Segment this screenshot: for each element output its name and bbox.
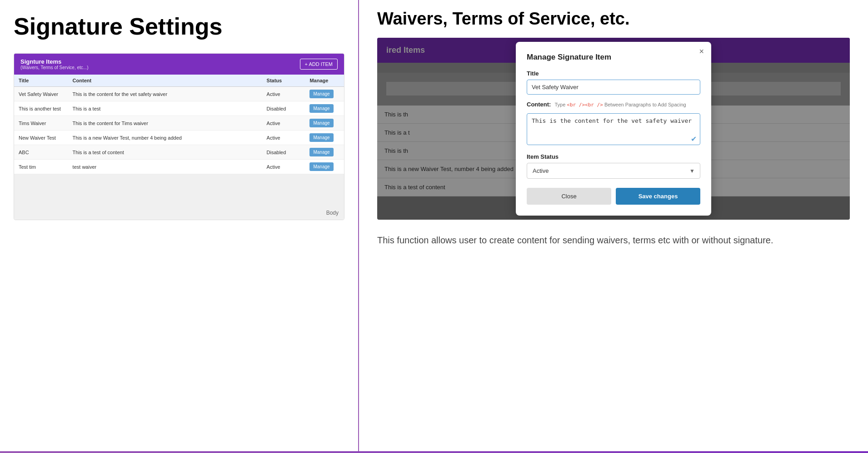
table-cell-title: Tims Waiver: [14, 116, 68, 131]
table-row: ABCThis is a test of contentDisabledMana…: [14, 145, 344, 160]
modal-status-select[interactable]: ActiveDisabled: [527, 163, 700, 179]
modal-title-label: Title: [527, 70, 700, 77]
table-header-row: Title Content Status Manage: [14, 75, 344, 87]
table-cell-content: This is a new Waiver Test, number 4 bein…: [68, 131, 262, 145]
table-cell-title: Vet Safety Waiver: [14, 87, 68, 101]
manage-button[interactable]: Manage: [309, 104, 333, 113]
widget-header-subtitle: (Waivers, Terms of Service, etc...): [20, 65, 88, 70]
table-cell-title: This is another test: [14, 101, 68, 116]
manage-button[interactable]: Manage: [309, 133, 333, 142]
modal-save-button[interactable]: Save changes: [616, 188, 700, 205]
table-cell-title: ABC: [14, 145, 68, 160]
modal-content-label: Content:: [527, 101, 551, 108]
col-content: Content: [68, 75, 262, 87]
manage-button[interactable]: Manage: [309, 90, 333, 98]
table-cell-manage: Manage: [305, 145, 344, 160]
right-title: Waivers, Terms of Service, etc.: [377, 9, 850, 29]
manage-button[interactable]: Manage: [309, 148, 333, 156]
modal-content-textarea[interactable]: [527, 113, 700, 145]
table-cell-content: This is a test of content: [68, 145, 262, 160]
table-cell-content: This is the content for Tims waiver: [68, 116, 262, 131]
widget-body-area: Body: [14, 174, 344, 220]
table-row: New Waiver TestThis is a new Waiver Test…: [14, 131, 344, 145]
add-item-button[interactable]: + ADD ITEM: [300, 59, 338, 70]
body-label: Body: [326, 210, 339, 216]
check-icon: ✔: [691, 135, 697, 143]
modal-content-hint: Type <br /><br /> Between Paragraphs to …: [554, 102, 686, 108]
widget-header-text: Signture Items (Waivers, Terms of Servic…: [20, 58, 88, 70]
table-cell-manage: Manage: [305, 101, 344, 116]
modal-select-wrapper: ActiveDisabled ▼: [527, 163, 700, 179]
table-row: Vet Safety WaiverThis is the content for…: [14, 87, 344, 101]
table-cell-status: Active: [262, 131, 305, 145]
right-description: This function allows user to create cont…: [377, 233, 850, 247]
table-cell-manage: Manage: [305, 160, 344, 174]
page-title: Signature Settings: [14, 14, 344, 40]
modal-status-label: Item Status: [527, 153, 700, 160]
widget-header-title: Signture Items: [20, 58, 88, 65]
modal-close-x-button[interactable]: ×: [699, 47, 704, 55]
col-status: Status: [262, 75, 305, 87]
manage-button[interactable]: Manage: [309, 119, 333, 127]
modal-title-input[interactable]: [527, 80, 700, 95]
table-cell-manage: Manage: [305, 116, 344, 131]
screenshot-area: ired Items Content This is thThis is a t…: [377, 38, 850, 220]
bottom-border: [0, 451, 868, 453]
modal-title: Manage Signature Item: [527, 53, 700, 62]
table-cell-content: test waiver: [68, 160, 262, 174]
right-panel: Waivers, Terms of Service, etc. ired Ite…: [359, 0, 868, 451]
table-row: Test timtest waiverActiveManage: [14, 160, 344, 174]
table-cell-status: Active: [262, 160, 305, 174]
table-row: This is another testThis is a testDisabl…: [14, 101, 344, 116]
modal-overlay: × Manage Signature Item Title Content: T…: [377, 38, 850, 220]
widget-header: Signture Items (Waivers, Terms of Servic…: [14, 54, 344, 75]
table-cell-content: This is the content for the vet safety w…: [68, 87, 262, 101]
table-cell-manage: Manage: [305, 131, 344, 145]
table-row: Tims WaiverThis is the content for Tims …: [14, 116, 344, 131]
signature-widget: Signture Items (Waivers, Terms of Servic…: [14, 53, 344, 220]
table-cell-content: This is a test: [68, 101, 262, 116]
table-cell-title: Test tim: [14, 160, 68, 174]
table-cell-status: Active: [262, 87, 305, 101]
table-cell-manage: Manage: [305, 87, 344, 101]
table-cell-status: Active: [262, 116, 305, 131]
signature-table: Title Content Status Manage Vet Safety W…: [14, 75, 344, 174]
modal-textarea-wrapper: ✔: [527, 113, 700, 147]
left-panel: Signature Settings Signture Items (Waive…: [0, 0, 359, 451]
modal-close-button[interactable]: Close: [527, 188, 611, 205]
modal-box: × Manage Signature Item Title Content: T…: [516, 42, 711, 216]
modal-footer: Close Save changes: [527, 188, 700, 205]
col-title: Title: [14, 75, 68, 87]
col-manage: Manage: [305, 75, 344, 87]
modal-content-label-row: Content: Type <br /><br /> Between Parag…: [527, 101, 700, 111]
table-cell-status: Disabled: [262, 145, 305, 160]
table-cell-status: Disabled: [262, 101, 305, 116]
table-cell-title: New Waiver Test: [14, 131, 68, 145]
manage-button[interactable]: Manage: [309, 162, 333, 171]
